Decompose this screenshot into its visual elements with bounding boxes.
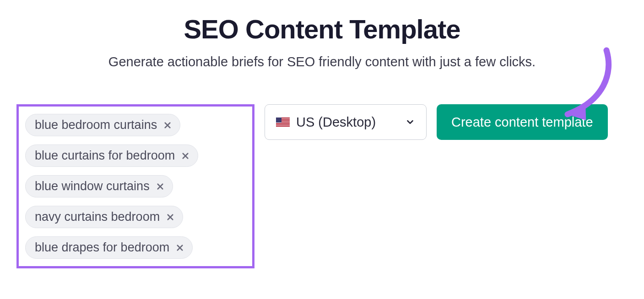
locale-label: US (Desktop)	[296, 115, 376, 130]
page-title: SEO Content Template	[0, 14, 644, 44]
close-icon[interactable]	[181, 152, 189, 160]
create-content-template-button[interactable]: Create content template	[437, 104, 608, 140]
keyword-chip-label: blue bedroom curtains	[35, 118, 157, 132]
keyword-chip-label: navy curtains bedroom	[35, 210, 160, 224]
flag-us-icon	[276, 117, 290, 127]
close-icon[interactable]	[176, 244, 184, 252]
locale-dropdown[interactable]: US (Desktop)	[265, 104, 427, 140]
keyword-chip-label: blue curtains for bedroom	[35, 149, 175, 163]
chevron-down-icon	[405, 117, 415, 127]
keyword-chip[interactable]: navy curtains bedroom	[25, 206, 183, 228]
page-subtitle: Generate actionable briefs for SEO frien…	[0, 54, 644, 69]
keyword-chip[interactable]: blue bedroom curtains	[25, 114, 180, 136]
controls-row: blue bedroom curtains blue curtains for …	[0, 104, 644, 268]
close-icon[interactable]	[163, 121, 172, 129]
keyword-chip[interactable]: blue curtains for bedroom	[25, 144, 198, 167]
close-icon[interactable]	[166, 213, 174, 221]
keyword-chip[interactable]: blue drapes for bedroom	[25, 236, 193, 259]
keyword-chip-label: blue window curtains	[35, 179, 150, 193]
keywords-input-box[interactable]: blue bedroom curtains blue curtains for …	[16, 104, 254, 268]
keyword-chip[interactable]: blue window curtains	[25, 175, 173, 198]
keyword-chip-label: blue drapes for bedroom	[35, 240, 169, 255]
close-icon[interactable]	[156, 182, 164, 191]
